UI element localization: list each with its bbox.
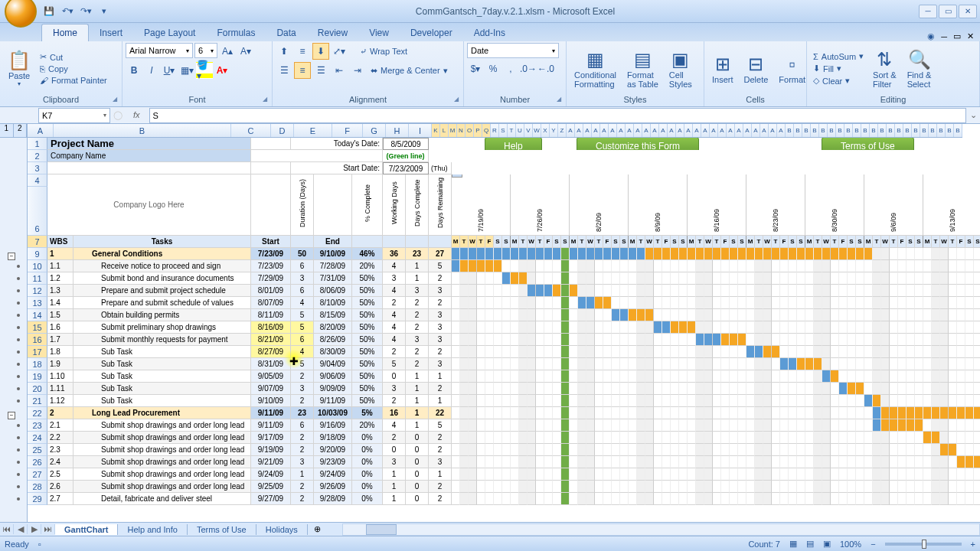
col-header-gantt-0[interactable]: K [432,124,440,137]
view-normal-icon[interactable]: ▦ [789,539,797,549]
col-header-G[interactable]: G [363,124,386,137]
col-header-F[interactable]: F [332,124,363,137]
row-header-19[interactable]: 19 [28,370,47,383]
undo-icon[interactable]: ↶▾ [60,4,75,19]
view-layout-icon[interactable]: ▤ [806,539,814,549]
zoom-out-icon[interactable]: − [871,540,875,549]
col-header-gantt-2[interactable]: M [449,124,457,137]
col-header-gantt-4[interactable]: O [466,124,474,137]
col-header-B[interactable]: B [54,124,231,137]
cell-styles-button[interactable]: ▣Cell Styles [665,47,697,90]
row-header-14[interactable]: 14 [28,309,47,321]
col-header-gantt-56[interactable]: B [903,124,912,137]
zoom-in-icon[interactable]: + [971,540,975,549]
sheet-tab-terms[interactable]: Terms of Use [188,524,256,535]
col-header-gantt-54[interactable]: B [887,124,895,137]
new-sheet-icon[interactable]: ⊕ [308,524,327,534]
shrink-font-icon[interactable]: A▾ [237,43,254,60]
col-header-gantt-38[interactable]: A [752,124,760,137]
col-header-gantt-11[interactable]: V [524,124,533,137]
col-header-gantt-17[interactable]: A [575,124,583,137]
merge-center-button[interactable]: ⬌Merge & Center▾ [368,65,451,77]
fill-button[interactable]: ⬇Fill▾ [810,63,867,74]
col-header-gantt-19[interactable]: A [592,124,600,137]
col-header-gantt-58[interactable]: B [920,124,929,137]
row-header-27[interactable]: 27 [28,468,47,481]
outline-collapse[interactable]: − [8,253,15,260]
format-as-table-button[interactable]: ▤Format as Table [622,47,663,90]
project-name[interactable]: Project Name [47,138,251,150]
font-combo[interactable]: Arial Narrow▾ [126,43,193,58]
align-center-icon[interactable]: ≡ [294,62,311,79]
col-header-gantt-52[interactable]: B [870,124,878,137]
col-header-gantt-21[interactable]: A [609,124,617,137]
col-header-gantt-60[interactable]: B [937,124,946,137]
col-header-gantt-59[interactable]: B [929,124,937,137]
col-header-gantt-45[interactable]: B [811,124,819,137]
col-header-gantt-39[interactable]: A [760,124,769,137]
col-header-gantt-50[interactable]: B [853,124,861,137]
terms-of-use-button[interactable]: Terms of Use [822,138,914,150]
sheet-tab-holidays[interactable]: Holidays [256,524,308,535]
formula-input[interactable]: S [149,108,966,123]
outline-level-1[interactable]: 1 [0,124,14,137]
gantt-scroll-left[interactable]: ◀ [452,174,462,178]
col-header-gantt-57[interactable]: B [912,124,920,137]
col-header-gantt-47[interactable]: B [828,124,836,137]
col-header-C[interactable]: C [231,124,271,137]
row-header-21[interactable]: 21 [28,395,47,407]
col-header-gantt-29[interactable]: A [676,124,684,137]
col-header-gantt-51[interactable]: B [861,124,870,137]
col-header-gantt-14[interactable]: Y [550,124,558,137]
copy-button[interactable]: ⎘Copy [37,64,110,74]
row-header-23[interactable]: 23 [28,419,47,432]
col-header-H[interactable]: H [386,124,409,137]
align-left-icon[interactable]: ☰ [276,62,292,79]
col-header-gantt-1[interactable]: L [440,124,449,137]
col-header-gantt-36[interactable]: A [735,124,743,137]
align-bottom-icon[interactable]: ⬇ [312,43,329,60]
col-header-gantt-3[interactable]: N [457,124,466,137]
col-header-gantt-30[interactable]: A [684,124,693,137]
help-icon[interactable]: ◉ [927,31,935,41]
currency-icon[interactable]: $▾ [467,60,484,77]
find-select-button[interactable]: 🔍Find & Select [903,47,936,90]
align-right-icon[interactable]: ☰ [312,62,329,79]
row-header-26[interactable]: 26 [28,456,47,468]
col-header-gantt-12[interactable]: W [533,124,541,137]
row-header-1[interactable]: 1 [28,138,47,150]
col-header-gantt-15[interactable]: Z [558,124,567,137]
workbook-restore-icon[interactable]: ▭ [953,31,961,41]
comma-icon[interactable]: , [502,60,519,77]
col-header-gantt-34[interactable]: A [718,124,727,137]
col-header-I[interactable]: I [409,124,432,137]
font-size-combo[interactable]: 6▾ [194,43,217,58]
col-header-gantt-18[interactable]: A [583,124,592,137]
tab-home[interactable]: Home [41,24,89,41]
col-header-gantt-27[interactable]: A [659,124,668,137]
row-header-22[interactable]: 22 [28,407,47,419]
save-icon[interactable]: 💾 [41,4,57,19]
row-header-29[interactable]: 29 [28,493,47,505]
decrease-decimal-icon[interactable]: ←.0 [537,60,554,77]
row-header-12[interactable]: 12 [28,285,47,297]
tab-addins[interactable]: Add-Ins [463,24,516,41]
clipboard-launcher[interactable]: ◢ [113,96,117,103]
col-header-D[interactable]: D [271,124,294,137]
qat-dropdown-icon[interactable]: ▾ [96,4,112,19]
horizontal-scrollbar[interactable] [342,523,980,536]
format-painter-button[interactable]: 🖌Format Painter [37,75,110,86]
row-header-25[interactable]: 25 [28,444,47,456]
indent-increase-icon[interactable]: ⇥ [349,62,366,79]
col-header-gantt-33[interactable]: A [710,124,718,137]
zoom-level[interactable]: 100% [840,540,861,549]
help-button[interactable]: Help [485,138,542,150]
col-header-gantt-10[interactable]: U [516,124,524,137]
row-header-28[interactable]: 28 [28,481,47,493]
col-header-gantt-23[interactable]: A [626,124,634,137]
insert-cells-button[interactable]: ⊞Insert [707,52,738,86]
row-header-10[interactable]: 10 [28,260,47,272]
percent-icon[interactable]: % [485,60,501,77]
align-middle-icon[interactable]: ≡ [294,43,311,60]
col-header-gantt-40[interactable]: A [769,124,777,137]
